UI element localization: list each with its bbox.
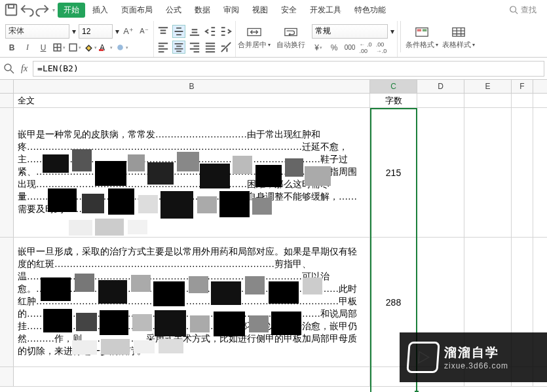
- cell-F2[interactable]: [512, 108, 533, 237]
- cond-fmt-label: 条件格式: [406, 40, 434, 50]
- formula-input[interactable]: =LEN(B2): [33, 61, 544, 77]
- cell-C1[interactable]: 字数: [370, 94, 417, 107]
- fill-pattern-icon[interactable]: ▾: [68, 41, 81, 54]
- select-all-corner[interactable]: [0, 80, 14, 93]
- fill-color-icon[interactable]: ▾: [84, 41, 97, 54]
- table-row: 嵌甲是一种常见的皮肤病，常常发…………………………由于常出现红肿和疼…………………: [0, 108, 547, 238]
- indent-decrease-icon[interactable]: [204, 25, 217, 38]
- col-header-E[interactable]: E: [464, 80, 512, 93]
- redo-icon[interactable]: [35, 3, 50, 17]
- thousand-sep-icon[interactable]: 000: [343, 41, 356, 54]
- currency-icon[interactable]: ¥▾: [312, 41, 325, 54]
- increase-font-icon[interactable]: A⁺: [122, 25, 135, 38]
- italic-icon[interactable]: I: [21, 41, 34, 54]
- align-right-icon[interactable]: [188, 41, 201, 54]
- watermark-url: zixue.3d66.com: [444, 361, 508, 370]
- decrease-decimal-icon[interactable]: ← .0.00: [359, 41, 372, 54]
- merge-center-button[interactable]: 合并居中▾: [236, 21, 273, 54]
- ribbon: ▾ ▾ A⁺ A⁻ B I U ▾ ▾ ▾ A▾ ▾: [0, 20, 547, 58]
- merge-label: 合并居中: [238, 40, 267, 50]
- svg-rect-4: [69, 44, 77, 51]
- fx-icon[interactable]: fx: [21, 63, 28, 74]
- col-header-F[interactable]: F: [512, 80, 533, 93]
- align-bottom-icon[interactable]: [188, 25, 201, 38]
- cell-B2[interactable]: 嵌甲是一种常见的皮肤病，常常发…………………………由于常出现红肿和疼…………………: [14, 108, 370, 237]
- cell-E2[interactable]: [464, 108, 512, 237]
- wrap-text-button[interactable]: 自动换行: [273, 21, 309, 54]
- orientation-icon[interactable]: [219, 41, 233, 54]
- tab-layout[interactable]: 页面布局: [115, 3, 159, 18]
- conditional-format-button[interactable]: 条件格式▾: [404, 21, 440, 54]
- tab-view[interactable]: 视图: [246, 3, 274, 18]
- align-justify-icon[interactable]: [204, 41, 217, 54]
- tab-formula[interactable]: 公式: [160, 3, 187, 18]
- svg-rect-1: [9, 5, 14, 9]
- svg-rect-9: [417, 29, 421, 31]
- cell-B3[interactable]: 嵌甲一旦形成，采取的治疗方式主要是以常用外用药和局部对应。如果是早期仅有轻度的红…: [14, 238, 370, 366]
- svg-point-5: [117, 45, 123, 50]
- font-size-select[interactable]: [79, 24, 113, 39]
- svg-rect-10: [423, 29, 426, 31]
- align-left-icon[interactable]: [157, 41, 170, 54]
- font-group: ▾ ▾ A⁺ A⁻ B I U ▾ ▾ ▾ A▾ ▾: [3, 21, 154, 57]
- underline-icon[interactable]: U: [37, 41, 50, 54]
- cell-B4[interactable]: [14, 367, 370, 386]
- col-header-B[interactable]: B: [14, 80, 370, 93]
- save-icon[interactable]: [4, 3, 18, 17]
- tab-review[interactable]: 审阅: [217, 3, 245, 18]
- table-row: 全文 字数: [0, 94, 547, 108]
- col-header-D[interactable]: D: [417, 80, 464, 93]
- cell-E1[interactable]: [464, 94, 512, 107]
- indent-increase-icon[interactable]: [219, 25, 233, 38]
- cell-C2[interactable]: 215: [370, 108, 417, 237]
- table-style-button[interactable]: 表格样式▾: [440, 21, 477, 54]
- font-name-select[interactable]: [5, 24, 69, 39]
- font-color-icon[interactable]: A▾: [100, 41, 113, 54]
- svg-rect-11: [453, 28, 464, 37]
- menubar: ▾ 开始 插入 页面布局 公式 数据 审阅 视图 安全 开发工具 特色功能 查找: [0, 0, 547, 20]
- align-top-icon[interactable]: [157, 25, 170, 38]
- svg-marker-13: [419, 351, 429, 363]
- cell-F1[interactable]: [512, 94, 533, 107]
- bold-icon[interactable]: B: [5, 41, 18, 54]
- tab-dev[interactable]: 开发工具: [304, 3, 347, 18]
- increase-decimal-icon[interactable]: .00→.0: [375, 41, 388, 54]
- svg-rect-0: [6, 5, 17, 16]
- formula-bar: fx =LEN(B2): [0, 58, 547, 80]
- svg-point-2: [510, 7, 516, 12]
- watermark: 溜溜自学 zixue.3d66.com: [400, 332, 547, 382]
- tab-start[interactable]: 开始: [58, 3, 85, 18]
- highlight-icon[interactable]: ▾: [115, 41, 128, 54]
- zoom-icon[interactable]: [3, 63, 16, 74]
- column-headers: B C D E F: [0, 80, 547, 94]
- align-middle-icon[interactable]: [172, 25, 185, 38]
- cell-D1[interactable]: [417, 94, 464, 107]
- number-format-select[interactable]: [312, 24, 388, 39]
- align-center-icon[interactable]: [172, 41, 185, 54]
- search-label: 查找: [521, 5, 537, 16]
- undo-icon[interactable]: [20, 3, 34, 17]
- tab-data[interactable]: 数据: [189, 3, 216, 18]
- align-group: [154, 21, 236, 57]
- search-box[interactable]: 查找: [509, 5, 543, 16]
- watermark-title: 溜溜自学: [444, 344, 508, 361]
- tab-special[interactable]: 特色功能: [349, 3, 392, 18]
- col-header-C[interactable]: C: [370, 80, 417, 93]
- tab-insert[interactable]: 插入: [86, 3, 114, 18]
- percent-icon[interactable]: %: [328, 41, 341, 54]
- number-group: ▾ ¥▾ % 000 ← .0.00 .00→.0: [309, 21, 398, 57]
- cell-B1[interactable]: 全文: [14, 94, 370, 107]
- wrap-label: 自动换行: [276, 40, 305, 50]
- table-style-label: 表格样式: [442, 40, 471, 50]
- border-icon[interactable]: ▾: [52, 41, 66, 54]
- decrease-font-icon[interactable]: A⁻: [138, 25, 151, 38]
- cell-D2[interactable]: [417, 108, 464, 237]
- watermark-logo: [406, 342, 440, 373]
- svg-point-12: [5, 64, 11, 71]
- tab-security[interactable]: 安全: [275, 3, 303, 18]
